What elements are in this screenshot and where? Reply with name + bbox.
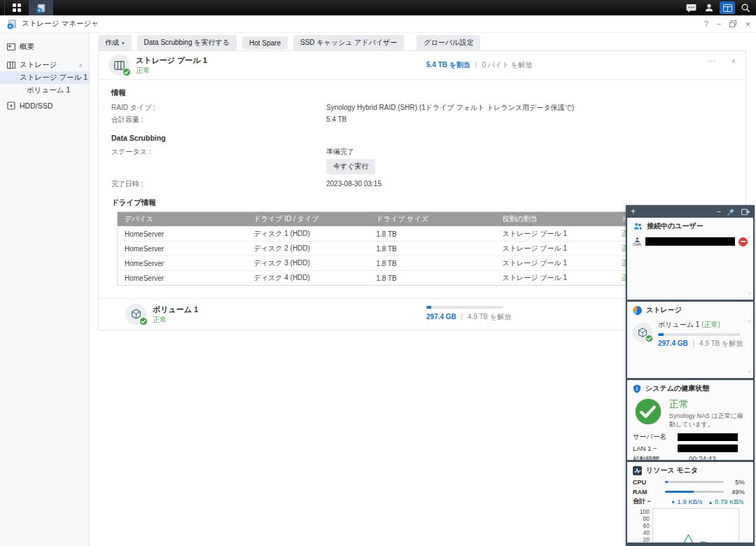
person-icon bbox=[704, 3, 714, 13]
disconnect-user-button[interactable] bbox=[738, 237, 748, 246]
more-actions-icon[interactable]: ··· bbox=[707, 57, 715, 65]
notifications-button[interactable] bbox=[683, 1, 699, 14]
volume-free: 4.9 TB を解放 bbox=[468, 313, 511, 321]
widget-resource-monitor: リソース モニタ CPU 5% RAM 49% 合計 − ▼ 1.9 KB/s … bbox=[627, 462, 753, 542]
widget-volume-used: 297.4 GB bbox=[658, 340, 688, 347]
volume-usage: 297.4 GB | 4.9 TB を解放 bbox=[426, 306, 510, 322]
volume-title: ボリューム 1 bbox=[153, 304, 198, 315]
volume-usage-bar bbox=[426, 306, 503, 309]
caret-down-icon: ▾ bbox=[122, 41, 125, 46]
sidebar-item-label: HDD/SSD bbox=[20, 102, 52, 110]
scroll-down-icon[interactable]: ∨ bbox=[748, 369, 751, 374]
healthy-check-icon bbox=[139, 317, 148, 326]
sidebar-item-label: ストレージ プール 1 bbox=[20, 73, 88, 83]
taskbar bbox=[0, 0, 756, 15]
widget-volume-name: ボリューム 1 (正常) bbox=[658, 320, 749, 330]
create-button[interactable]: 作成▾ bbox=[98, 35, 132, 50]
pin-icon[interactable] bbox=[727, 208, 735, 216]
download-speed: 1.9 KB/s bbox=[678, 498, 703, 505]
toolbar: 作成▾ Data Scrubbing を実行する Hot Spare SSD キ… bbox=[98, 35, 480, 50]
widget-volume-bar bbox=[658, 333, 741, 336]
scrubbing-status-value: 準備完了 bbox=[326, 146, 746, 158]
ram-usage-bar bbox=[665, 491, 724, 493]
download-arrow-icon: ▼ bbox=[671, 500, 676, 505]
ram-label: RAM bbox=[633, 489, 665, 496]
volume-icon bbox=[633, 323, 652, 342]
widget-title: リソース モニタ bbox=[646, 465, 698, 475]
sidebar-item-storage[interactable]: ストレージ ∧ bbox=[0, 59, 89, 71]
uptime-label: 起動時間 bbox=[633, 455, 678, 460]
main-menu-grid-icon bbox=[12, 3, 22, 13]
run-data-scrubbing-button[interactable]: Data Scrubbing を実行する bbox=[137, 35, 237, 50]
widget-title: 接続中のユーザー bbox=[647, 221, 704, 231]
lan-label: LAN 1 − bbox=[633, 444, 678, 452]
widget-connected-users: 接続中のユーザー SMB ∧ ∨ bbox=[627, 218, 753, 300]
collapse-icon[interactable]: ∧ bbox=[731, 58, 736, 65]
close-button[interactable]: × bbox=[745, 20, 750, 29]
user-connection-icon: SMB bbox=[632, 237, 642, 247]
shield-icon bbox=[633, 384, 641, 393]
minimize-button[interactable]: − bbox=[717, 20, 721, 28]
sidebar-item-label: 概要 bbox=[20, 42, 34, 52]
healthy-check-icon bbox=[645, 335, 654, 343]
add-widget-button[interactable]: + bbox=[631, 206, 636, 216]
main-menu-button[interactable] bbox=[5, 0, 29, 15]
ssd-cache-advisor-button[interactable]: SSD キャッシュ アドバイザー bbox=[293, 35, 404, 50]
restore-button[interactable] bbox=[729, 20, 736, 27]
uptime-value: 00:24:43 bbox=[678, 456, 748, 460]
run-now-button[interactable]: 今すぐ実行 bbox=[326, 159, 375, 174]
completed-date-label: 完了日時 : bbox=[111, 178, 326, 190]
widget-title: システムの健康状態 bbox=[645, 384, 709, 393]
cpu-label: CPU bbox=[633, 479, 665, 486]
panel-minimize-button[interactable]: − bbox=[717, 207, 721, 216]
widget-panel: + − 接続中のユーザー SMB ∧ ∨ bbox=[626, 205, 755, 546]
widget-storage: ストレージ ボリューム 1 (正常) 297.4 GB | 4.9 TB を解放 bbox=[627, 302, 753, 378]
scroll-up-icon[interactable]: ∧ bbox=[748, 318, 751, 323]
capacity-label: 合計容量 : bbox=[111, 113, 326, 125]
cpu-percent: 5% bbox=[724, 478, 745, 486]
network-history-line bbox=[653, 535, 737, 542]
storage-pool-header: ストレージ プール 1 正常 5.4 TB を割当 | 0 バイト を解放 ··… bbox=[99, 51, 746, 80]
scroll-up-icon[interactable]: ∧ bbox=[748, 234, 751, 239]
sidebar-item-overview[interactable]: 概要 bbox=[0, 41, 89, 53]
hdd-icon bbox=[7, 102, 15, 110]
pool-allocated: 5.4 TB を割当 bbox=[426, 61, 470, 69]
storage-manager-window-icon bbox=[6, 18, 18, 29]
upload-arrow-icon: ▲ bbox=[708, 500, 713, 505]
connection-protocol: SMB bbox=[633, 243, 641, 247]
connected-user-row: SMB bbox=[632, 237, 748, 247]
widget-system-health: システムの健康状態 正常 Synology NAS は正常に稼動しています。 サ… bbox=[627, 380, 753, 460]
raid-type-label: RAID タイプ : bbox=[111, 102, 326, 113]
chevron-up-icon[interactable]: ∧ bbox=[78, 62, 83, 69]
widgets-icon bbox=[723, 4, 732, 12]
help-button[interactable]: ? bbox=[704, 20, 708, 28]
chart-plot-area bbox=[652, 508, 739, 542]
widget-panel-header: + − bbox=[627, 205, 753, 218]
show-desktop-button[interactable] bbox=[0, 0, 5, 15]
global-settings-button[interactable]: グローバル設定 bbox=[416, 35, 480, 50]
redacted-ip-address bbox=[678, 444, 738, 452]
sidebar-item-hdd-ssd[interactable]: HDD/SSD bbox=[0, 99, 89, 112]
widgets-button[interactable] bbox=[720, 1, 735, 14]
storage-pool-status: 正常 bbox=[136, 66, 150, 76]
chat-bubble-icon bbox=[686, 4, 696, 13]
scrubbing-status-label: ステータス : bbox=[111, 146, 326, 158]
sidebar-item-storage-pool-1[interactable]: ストレージ プール 1 bbox=[0, 71, 89, 84]
health-ok-icon bbox=[634, 398, 662, 428]
detach-panel-icon[interactable] bbox=[741, 208, 750, 216]
search-button[interactable] bbox=[738, 1, 753, 14]
user-menu-button[interactable] bbox=[701, 1, 717, 14]
network-total-label: 合計 − bbox=[633, 497, 665, 506]
scroll-down-icon[interactable]: ∨ bbox=[748, 290, 751, 295]
hot-spare-button[interactable]: Hot Spare bbox=[242, 36, 288, 50]
server-name-label: サーバー名 bbox=[633, 433, 678, 442]
storage-pool-icon bbox=[108, 55, 130, 76]
redacted-server-name bbox=[678, 433, 738, 441]
widget-title: ストレージ bbox=[646, 305, 682, 315]
network-history-chart: 100806040200 bbox=[627, 508, 748, 542]
storage-icon bbox=[7, 61, 15, 69]
widget-volume-free: 4.9 TB を解放 bbox=[699, 340, 743, 347]
sidebar-item-volume-1[interactable]: ボリューム 1 bbox=[0, 84, 89, 97]
redacted-username bbox=[645, 237, 735, 246]
taskbar-storage-manager-app[interactable] bbox=[29, 0, 53, 15]
